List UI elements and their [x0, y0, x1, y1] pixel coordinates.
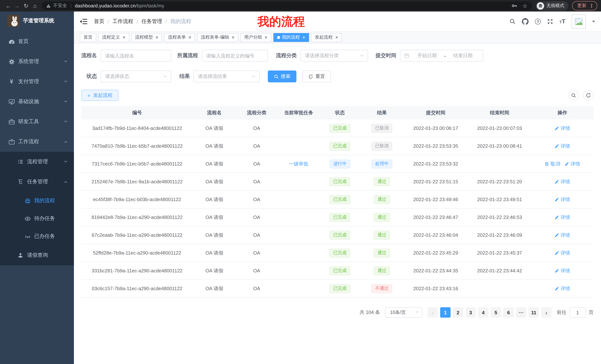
table-row[interactable]: 03c6c157-7b9a-11ec-a290-acde48001122 OA …	[81, 280, 594, 297]
page-number-button[interactable]: 4	[478, 307, 489, 318]
start-process-button[interactable]: + 发起流程	[81, 90, 119, 101]
sidebar-item-done-tasks[interactable]: 已办任务	[0, 228, 74, 245]
tab[interactable]: 用户分组 ×	[240, 33, 271, 42]
table-row[interactable]: 67c2eaab-7b9a-11ec-a290-acde48001122 OA …	[81, 226, 594, 244]
process-name-input[interactable]	[101, 50, 171, 62]
browser-forward-icon[interactable]: →	[13, 0, 21, 11]
search-icon[interactable]	[509, 18, 516, 25]
tab-close-icon[interactable]: ×	[265, 35, 267, 40]
tab-close-icon[interactable]: ×	[155, 35, 158, 40]
table-row[interactable]: 52ffd28e-7b9a-11ec-a290-acde48001122 OA …	[81, 244, 594, 262]
page-number-button[interactable]: 1	[440, 307, 451, 318]
page-number-button[interactable]: 3	[465, 307, 476, 318]
sidebar-item-todo-tasks[interactable]: 待办任务	[0, 210, 74, 228]
bookmark-star-icon[interactable]: ☆	[522, 2, 527, 9]
chevron-down-icon	[251, 74, 256, 79]
pager-prev[interactable]: ‹	[428, 307, 438, 318]
tab-close-icon[interactable]: ×	[232, 35, 235, 40]
search-button[interactable]: 搜索	[268, 70, 296, 82]
breadcrumb-workflow[interactable]: 工作流程	[112, 18, 133, 25]
browser-back-icon[interactable]: ←	[4, 0, 13, 11]
sidebar-item-my-process[interactable]: 我的流程	[0, 192, 74, 210]
table-row[interactable]: 819442e8-7b9a-11ec-a290-acde48001122 OA …	[81, 209, 594, 226]
browser-menu-icon[interactable]: ⋮	[589, 3, 594, 9]
owner-process-input[interactable]	[202, 50, 268, 62]
browser-reload-icon[interactable]: ↻	[21, 0, 30, 11]
tab-close-icon[interactable]: ×	[335, 35, 338, 40]
cancel-link[interactable]: 取消	[545, 161, 560, 167]
detail-link[interactable]: 详情	[565, 161, 580, 167]
tab[interactable]: 我的流程 ×	[273, 33, 309, 42]
sidebar-item-infrastructure[interactable]: 基础设施	[0, 92, 74, 112]
sidebar-item-leave-query[interactable]: 请假查询	[0, 245, 74, 265]
tab[interactable]: 流程表单-编辑 ×	[197, 33, 238, 42]
tab[interactable]: 流程定义 ×	[99, 33, 129, 42]
detail-link[interactable]: 详情	[555, 285, 570, 292]
sidebar-collapse-icon[interactable]	[80, 18, 87, 24]
sidebar-item-home[interactable]: 首页	[0, 31, 74, 52]
sidebar-item-workflow[interactable]: 工作流程	[0, 132, 74, 152]
page-number-button[interactable]: 6	[503, 307, 514, 318]
pager-next[interactable]: ›	[541, 307, 551, 318]
detail-link[interactable]: 详情	[555, 143, 570, 149]
avatar[interactable]	[572, 14, 586, 29]
chevron-down-icon	[63, 59, 68, 65]
breadcrumb-task-mgmt[interactable]: 任务管理	[141, 18, 162, 25]
refresh-table-button[interactable]	[583, 90, 594, 101]
cell-process-name: OA 请假	[193, 232, 236, 238]
page: ← → ↻ ⌂ 不安全 dashboard.yudao.iocoder.cn/b…	[0, 0, 601, 364]
tab-close-icon[interactable]: ×	[123, 35, 125, 40]
security-label[interactable]: 不安全	[53, 3, 67, 9]
detail-link[interactable]: 详情	[555, 196, 570, 203]
sidebar-item-process-mgmt[interactable]: 流程管理	[0, 152, 74, 172]
detail-link[interactable]: 详情	[555, 178, 570, 185]
password-key-icon[interactable]	[511, 3, 517, 9]
table-row[interactable]: 7470a810-7b9b-11ec-b5b7-acde48001122 OA …	[81, 137, 594, 155]
category-select[interactable]: 请选择流程分类	[300, 50, 368, 62]
table-row[interactable]: 2152467e-7b9b-11ec-9a1b-acde48001122 OA …	[81, 173, 594, 191]
detail-link[interactable]: 详情	[555, 125, 570, 132]
detail-link[interactable]: 详情	[555, 214, 570, 220]
sidebar-item-payment[interactable]: ¥ 支付管理	[0, 72, 74, 92]
avatar-dropdown-icon[interactable]	[592, 21, 595, 24]
page-number-button[interactable]: 5	[491, 307, 501, 318]
address-bar[interactable]: 不安全 dashboard.yudao.iocoder.cn/bpm/task/…	[42, 1, 532, 10]
font-size-icon[interactable]: TT	[559, 18, 565, 24]
tab-close-icon[interactable]: ×	[302, 35, 305, 40]
cell-end-time: 2022-01-23 00:07:03	[468, 125, 531, 131]
breadcrumb-home[interactable]: 首页	[94, 18, 104, 25]
page-number-button[interactable]: 2	[453, 307, 463, 318]
table-row[interactable]: 331bc281-7b9a-11ec-a290-acde48001122 OA …	[81, 262, 594, 280]
detail-link[interactable]: 详情	[555, 267, 570, 274]
goto-page-input[interactable]	[570, 307, 586, 318]
sidebar-item-task-mgmt[interactable]: 任务管理	[0, 172, 74, 192]
sidebar-item-devtools[interactable]: 研发工具	[0, 112, 74, 132]
tab[interactable]: 流程模型 ×	[131, 33, 162, 42]
table-row[interactable]: ec45f38f-7b9a-11ec-b03b-acde48001122 OA …	[81, 191, 594, 209]
detail-link[interactable]: 详情	[555, 232, 570, 238]
page-number-button[interactable]: 11	[529, 307, 539, 318]
table-body: 3ad174fb-7b9d-11ec-8404-acde48001122 OA …	[81, 119, 594, 297]
reset-button[interactable]: 重置	[302, 70, 331, 82]
detail-link[interactable]: 详情	[555, 249, 570, 256]
tab-close-icon[interactable]: ×	[188, 35, 191, 40]
current-task-link[interactable]: 一级审批	[289, 161, 308, 167]
table-row[interactable]: 7317cec6-7b9b-11ec-b5b7-acde48001122 OA …	[81, 155, 594, 173]
status-select[interactable]: 请选择状态	[101, 70, 171, 82]
sidebar-item-system[interactable]: 系统管理	[0, 52, 74, 72]
table-row[interactable]: 3ad174fb-7b9d-11ec-8404-acde48001122 OA …	[81, 119, 594, 137]
toggle-search-button[interactable]	[568, 90, 579, 101]
browser-update-button[interactable]: 更新 ⋮	[572, 1, 597, 10]
page-number-button[interactable]: ···	[516, 307, 526, 318]
tab[interactable]: 首页	[80, 33, 96, 42]
github-icon[interactable]	[522, 18, 529, 25]
tab[interactable]: 流程表单 ×	[164, 33, 195, 42]
result-select[interactable]: 请选择流结果	[193, 70, 260, 82]
fullscreen-icon[interactable]	[547, 18, 553, 24]
browser-home-icon[interactable]: ⌂	[30, 0, 39, 11]
submit-time-range-picker[interactable]: 开始日期 - 结束日期	[400, 50, 483, 62]
help-icon[interactable]: ?	[535, 18, 541, 24]
update-label[interactable]: 更新	[577, 3, 587, 9]
page-size-select[interactable]: 10条/页	[385, 307, 422, 318]
tab[interactable]: 发起流程 ×	[311, 33, 342, 42]
